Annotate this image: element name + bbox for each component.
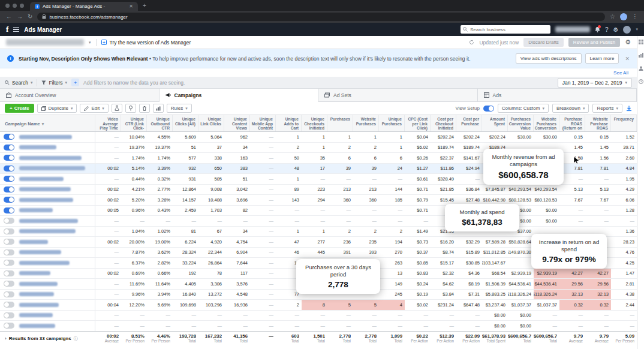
browser-profile-avatar[interactable] [620, 13, 627, 20]
campaign-toggle[interactable] [4, 302, 14, 308]
ab-test-button[interactable] [112, 104, 122, 113]
table-row[interactable]: —————————————$0.00$0.00——— [0, 216, 637, 227]
column-header[interactable]: Unique Content Views [224, 115, 250, 131]
help-icon[interactable]: ? [605, 26, 609, 33]
campaign-toggle[interactable] [4, 207, 14, 213]
column-header[interactable]: Cost per Checkout Initiated [431, 115, 456, 131]
reload-icon[interactable]: ↻ [28, 14, 32, 20]
campaign-name-redacted[interactable] [19, 145, 56, 149]
campaign-name-redacted[interactable] [19, 135, 72, 139]
table-row[interactable]: ———————————————$0.00$0.00———— [0, 321, 637, 331]
browser-menu-icon[interactable]: ⋮ [632, 14, 638, 20]
tab-campaigns[interactable]: Campaigns [160, 89, 319, 102]
campaign-name-redacted[interactable] [19, 219, 78, 223]
campaign-toggle[interactable] [4, 134, 14, 140]
campaign-toggle[interactable] [4, 291, 14, 297]
column-header[interactable]: Purchase ROAS (Return on Ad Spend) [559, 115, 585, 131]
window-close-button[interactable] [5, 4, 10, 8]
filters-chip[interactable]: Filters ▾ [41, 80, 67, 86]
campaign-name-redacted[interactable] [19, 229, 76, 233]
rules-button[interactable]: Rules▾ [167, 104, 192, 113]
column-header[interactable]: Video Average Play Time [95, 115, 121, 131]
campaign-name-redacted[interactable] [19, 313, 53, 317]
see-all-link[interactable]: See All [613, 70, 628, 76]
account-selector-redacted[interactable] [6, 39, 84, 46]
grid-rail-icon[interactable] [639, 40, 643, 44]
address-bar[interactable]: business.facebook.com/adsmanager [37, 13, 605, 21]
table-row[interactable]: 00:024.21%2.77%12,8649,0083,042—89223213… [0, 185, 637, 195]
profile-avatar[interactable] [623, 26, 631, 34]
bookmark-star-icon[interactable]: ☆ [610, 14, 615, 20]
column-header[interactable]: Website Purchase ROAS (Return [585, 115, 611, 131]
delete-button[interactable] [139, 104, 150, 113]
column-header[interactable]: Unique Mobile App Content Views [250, 115, 276, 131]
column-header[interactable]: Unique CTR (Link Click-Through) [121, 115, 147, 131]
campaign-name-redacted[interactable] [19, 156, 82, 160]
campaign-name-redacted[interactable] [19, 292, 54, 296]
column-header[interactable]: Unique Checkouts Initiated [302, 115, 327, 131]
campaign-name-redacted[interactable] [19, 271, 50, 275]
campaign-name-redacted[interactable] [19, 198, 73, 202]
column-header[interactable]: Website Purchases [353, 115, 379, 131]
column-header[interactable]: Unique Clicks (All) [173, 115, 198, 131]
edit-button[interactable]: Edit▾ [80, 104, 108, 113]
tab-account-overview[interactable]: Account Overview [0, 89, 160, 102]
table-row[interactable]: 00:025.20%3.28%14,15710,4083,696—1432943… [0, 195, 637, 206]
column-header[interactable]: Unique Adds to Cart [276, 115, 302, 131]
pin-button[interactable] [125, 104, 136, 113]
campaign-name-redacted[interactable] [19, 303, 59, 307]
forward-icon[interactable]: → [17, 14, 23, 20]
table-row[interactable]: 00:0412.20%5.69%109,698103,29616,936—285… [0, 300, 637, 311]
notifications-bell-icon[interactable] [595, 26, 600, 32]
column-header[interactable]: Unique Link Clicks [198, 115, 224, 131]
column-header[interactable]: Frequency [611, 115, 637, 131]
campaign-toggle[interactable] [4, 228, 14, 234]
banner-close-icon[interactable]: ✕ [625, 56, 630, 62]
campaign-toggle[interactable] [4, 186, 14, 192]
browser-tab[interactable]: f Ads Manager - Manage Ads - ✕ [30, 2, 138, 11]
campaign-toggle[interactable] [4, 145, 14, 151]
learn-more-button[interactable]: Learn more [585, 53, 619, 64]
date-range-picker[interactable]: Jan 1, 2019 – Dec 2, 2019 ▾ [558, 78, 632, 88]
person-rail-icon[interactable] [639, 66, 643, 71]
campaign-toggle[interactable] [4, 218, 14, 224]
campaign-name-redacted[interactable] [19, 282, 58, 286]
back-icon[interactable]: ← [6, 14, 12, 20]
table-row[interactable]: 00:050.96%0.43%2,4591,70382——————$0.71$0… [0, 206, 637, 216]
reports-button[interactable]: Reports▾ [592, 104, 622, 113]
review-publish-button[interactable]: Review and Publish [568, 38, 620, 47]
tab-ads[interactable]: Ads [478, 89, 637, 102]
column-header[interactable]: Website Purchases Conversion [534, 115, 559, 131]
clock-rail-icon[interactable] [639, 79, 643, 84]
settings-gear-icon[interactable]: ⚙ [625, 38, 631, 46]
table-row[interactable]: —10.04%4.55%5,6095,064962—11111$0.04$202… [0, 132, 637, 143]
column-header[interactable]: Purchases Conversion Value [508, 115, 534, 131]
campaign-toggle[interactable] [4, 323, 14, 329]
chart-rail-icon[interactable] [639, 53, 643, 58]
column-header[interactable]: Cost per Purchase [456, 115, 482, 131]
search-filter-chip[interactable]: Search ▾ [5, 80, 32, 86]
add-filter-button[interactable]: + [71, 79, 79, 86]
account-chevron-icon[interactable]: ▾ [89, 40, 91, 45]
table-row[interactable]: ———————————————$0.00$0.00———— [0, 311, 637, 321]
campaign-toggle[interactable] [4, 249, 14, 255]
tab-close-icon[interactable]: ✕ [129, 4, 133, 9]
business-search[interactable] [461, 25, 550, 34]
column-header[interactable]: Unique Purchases [379, 115, 405, 131]
view-setup-toggle[interactable] [483, 106, 494, 112]
campaign-toggle[interactable] [4, 312, 14, 318]
campaign-toggle[interactable] [4, 270, 14, 276]
duplicate-button[interactable]: Duplicate▾ [37, 104, 77, 113]
refresh-icon[interactable] [469, 40, 474, 45]
campaign-name-redacted[interactable] [19, 208, 53, 212]
column-header[interactable]: CPC (Cost per Link Click) [405, 115, 431, 131]
campaign-name-redacted[interactable] [19, 324, 55, 328]
create-button[interactable]: +Create [5, 104, 34, 113]
window-maximize-button[interactable] [20, 4, 24, 8]
facebook-logo[interactable]: f [6, 25, 8, 34]
campaign-name-redacted[interactable] [19, 250, 61, 254]
campaign-toggle[interactable] [4, 166, 14, 172]
chevron-down-icon[interactable]: ▾ [636, 27, 638, 32]
column-header[interactable]: Unique Outbound CTR [147, 115, 173, 131]
campaign-name-redacted[interactable] [19, 261, 70, 265]
